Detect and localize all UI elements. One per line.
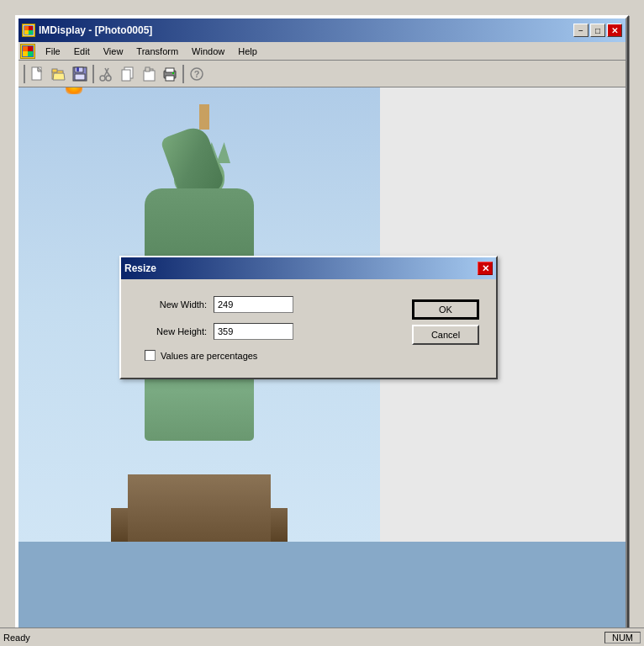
menu-transform[interactable]: Transform xyxy=(129,45,185,58)
percentages-label: Values are percentages xyxy=(161,351,257,361)
toolbar-drag-handle xyxy=(24,65,25,83)
height-label: New Height: xyxy=(138,326,214,336)
window-title: IMDisplay - [Photo0005] xyxy=(39,24,573,36)
new-button[interactable] xyxy=(28,64,48,84)
svg-rect-3 xyxy=(24,30,29,34)
copy-button[interactable] xyxy=(118,64,138,84)
svg-rect-31 xyxy=(166,76,174,81)
ok-button[interactable]: OK xyxy=(412,299,479,320)
toolbar-sep-2 xyxy=(182,65,184,83)
menu-edit[interactable]: Edit xyxy=(67,45,97,58)
new-width-input[interactable] xyxy=(214,296,293,313)
app-icon xyxy=(22,24,35,37)
svg-rect-6 xyxy=(23,46,28,51)
menu-help[interactable]: Help xyxy=(231,45,264,58)
paste-button[interactable] xyxy=(139,64,159,84)
height-field-row: New Height: xyxy=(138,323,395,340)
svg-marker-14 xyxy=(53,73,65,80)
status-text: Ready xyxy=(3,633,601,643)
dialog-close-button[interactable]: ✕ xyxy=(478,262,493,275)
content-area: Resize ✕ New Width: xyxy=(18,87,626,629)
dialog-content: New Width: New Height: Valu xyxy=(121,279,496,378)
toolbar-sep-1 xyxy=(92,65,94,83)
toolbar: ? xyxy=(18,61,626,87)
dialog-title: Resize xyxy=(124,262,478,274)
svg-line-24 xyxy=(107,68,108,71)
svg-rect-1 xyxy=(24,26,29,30)
menu-bar: File Edit View Transform Window Help xyxy=(18,42,626,61)
svg-rect-9 xyxy=(28,46,33,51)
menu-window[interactable]: Window xyxy=(185,45,231,58)
percentages-row: Values are percentages xyxy=(138,350,395,361)
dialog-buttons: OK Cancel xyxy=(412,296,479,361)
svg-rect-4 xyxy=(29,26,33,30)
menu-view[interactable]: View xyxy=(97,45,130,58)
help-button[interactable]: ? xyxy=(187,64,207,84)
svg-line-21 xyxy=(104,71,107,77)
save-button[interactable] xyxy=(70,64,90,84)
svg-rect-28 xyxy=(144,71,155,81)
svg-rect-2 xyxy=(29,30,33,34)
cut-button[interactable] xyxy=(97,64,117,84)
svg-rect-33 xyxy=(172,72,174,74)
svg-rect-29 xyxy=(145,67,150,71)
menu-file[interactable]: File xyxy=(39,45,67,58)
svg-rect-7 xyxy=(28,51,33,56)
svg-text:?: ? xyxy=(194,69,200,79)
width-label: New Width: xyxy=(138,299,214,310)
title-bar: IMDisplay - [Photo0005] − □ ✕ xyxy=(18,19,626,42)
minimize-button[interactable]: − xyxy=(573,24,589,37)
width-field-row: New Width: xyxy=(138,296,395,313)
print-button[interactable] xyxy=(160,64,180,84)
num-indicator: NUM xyxy=(604,632,641,643)
resize-dialog: Resize ✕ New Width: xyxy=(119,256,498,379)
svg-rect-26 xyxy=(122,70,130,81)
new-height-input[interactable] xyxy=(214,323,293,340)
maximize-button[interactable]: □ xyxy=(590,24,605,37)
main-window: IMDisplay - [Photo0005] − □ ✕ File Edit … xyxy=(15,15,629,629)
svg-rect-13 xyxy=(52,69,57,72)
cancel-button[interactable]: Cancel xyxy=(412,325,479,345)
svg-rect-18 xyxy=(75,74,85,80)
svg-rect-17 xyxy=(77,67,79,71)
dialog-fields: New Width: New Height: Valu xyxy=(138,296,395,361)
percentages-checkbox[interactable] xyxy=(145,350,156,361)
window-controls: − □ ✕ xyxy=(573,24,622,37)
dialog-title-bar: Resize ✕ xyxy=(121,257,496,279)
menu-app-icon xyxy=(20,44,35,59)
svg-rect-8 xyxy=(23,51,28,56)
open-button[interactable] xyxy=(49,64,69,84)
svg-rect-32 xyxy=(166,68,174,72)
status-bar: Ready NUM xyxy=(0,627,644,646)
dialog-overlay: Resize ✕ New Width: xyxy=(18,87,626,629)
window-close-button[interactable]: ✕ xyxy=(607,24,622,37)
